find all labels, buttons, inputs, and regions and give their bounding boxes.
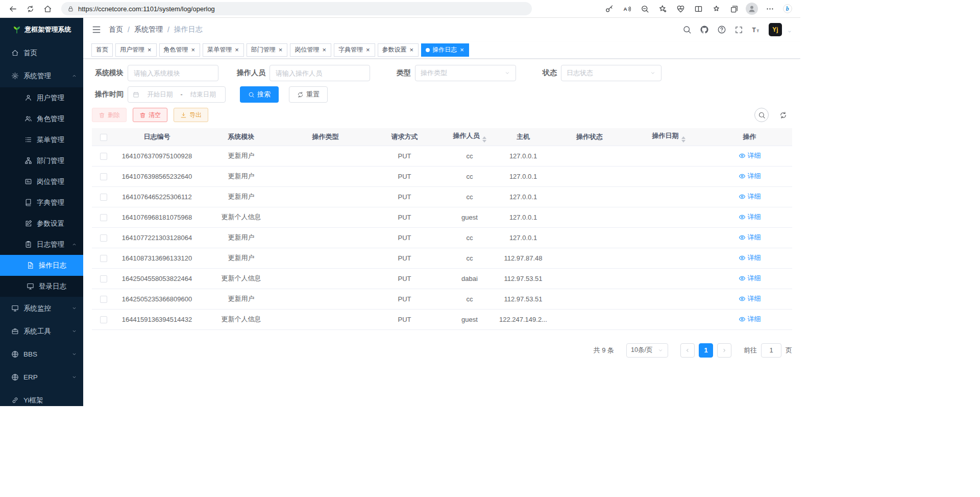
page-1-button[interactable]: 1 <box>699 343 713 358</box>
add-favorite-button[interactable] <box>655 2 670 16</box>
detail-link[interactable]: 详细 <box>739 315 761 324</box>
favorites-button[interactable] <box>708 2 724 16</box>
home-icon <box>11 49 19 57</box>
sidebar-item[interactable]: 字典管理 <box>0 192 83 213</box>
font-size-button[interactable]: TT <box>751 25 761 34</box>
tab-close-icon[interactable]: × <box>409 46 414 53</box>
status-filter-select[interactable]: 日志状态 <box>561 65 662 81</box>
goto-page-input[interactable] <box>761 343 781 358</box>
sidebar-item[interactable]: 角色管理 <box>0 108 83 129</box>
row-checkbox[interactable] <box>100 296 107 303</box>
sidebar-item[interactable]: 登录日志 <box>0 276 83 297</box>
detail-link[interactable]: 详细 <box>739 253 761 263</box>
tab-close-icon[interactable]: × <box>365 46 371 53</box>
prev-page-button[interactable] <box>680 343 695 358</box>
sidebar-item[interactable]: 操作日志 <box>0 255 83 276</box>
password-key-button[interactable] <box>601 2 617 16</box>
reset-button[interactable]: 重置 <box>289 86 328 103</box>
row-checkbox[interactable] <box>100 214 107 221</box>
detail-link[interactable]: 详细 <box>739 233 761 242</box>
tab-item[interactable]: 操作日志× <box>421 43 469 57</box>
tab-close-icon[interactable]: × <box>234 46 239 53</box>
copilot-button[interactable]: b <box>780 2 795 16</box>
row-checkbox[interactable] <box>100 255 107 262</box>
row-checkbox[interactable] <box>100 194 107 201</box>
read-aloud-button[interactable]: A <box>619 2 634 16</box>
column-header[interactable]: 操作日期 <box>630 128 707 146</box>
module-filter-input[interactable] <box>128 65 218 81</box>
page-size-select[interactable]: 10条/页 <box>626 343 668 358</box>
delete-button[interactable]: 删除 <box>92 108 127 122</box>
detail-link[interactable]: 详细 <box>739 151 761 160</box>
address-bar[interactable]: https://ccnetcore.com:1101/system/log/op… <box>61 2 532 15</box>
tab-item[interactable]: 用户管理× <box>115 43 157 57</box>
tab-close-icon[interactable]: × <box>191 46 196 53</box>
github-link[interactable] <box>700 25 709 34</box>
column-header[interactable]: 操作人员 <box>442 128 498 146</box>
browser-essentials-button[interactable] <box>673 2 688 16</box>
row-checkbox[interactable] <box>100 173 107 180</box>
tab-item[interactable]: 字典管理× <box>334 43 375 57</box>
breadcrumb-item[interactable]: 系统管理 <box>134 25 163 34</box>
zoom-out-button[interactable] <box>637 2 652 16</box>
sidebar-item[interactable]: 系统管理 <box>0 64 83 87</box>
browser-profile-avatar[interactable] <box>746 3 758 15</box>
detail-link[interactable]: 详细 <box>739 274 761 283</box>
type-filter-select[interactable]: 操作类型 <box>415 65 516 81</box>
sidebar-item[interactable]: 用户管理 <box>0 87 83 108</box>
date-range-picker[interactable]: 开始日期 - 结束日期 <box>128 86 226 103</box>
user-menu-caret-icon[interactable] <box>787 29 792 34</box>
user-logo[interactable]: Yj <box>769 23 782 36</box>
tab-item[interactable]: 参数设置× <box>378 43 419 57</box>
tab-item[interactable]: 菜单管理× <box>203 43 244 57</box>
row-checkbox[interactable] <box>100 316 107 323</box>
tab-item[interactable]: 角色管理× <box>159 43 201 57</box>
fullscreen-button[interactable] <box>734 26 743 34</box>
clear-button[interactable]: 清空 <box>133 108 167 122</box>
detail-link[interactable]: 详细 <box>739 212 761 222</box>
sidebar-item[interactable]: 菜单管理 <box>0 129 83 150</box>
sort-carets[interactable] <box>482 136 486 143</box>
search-button[interactable]: 搜索 <box>240 86 279 103</box>
row-checkbox[interactable] <box>100 275 107 282</box>
detail-link[interactable]: 详细 <box>739 294 761 303</box>
sidebar-item[interactable]: 部门管理 <box>0 150 83 171</box>
tab-close-icon[interactable]: × <box>278 46 283 53</box>
browser-home-button[interactable] <box>40 2 55 16</box>
sidebar-item[interactable]: 系统工具 <box>0 320 83 343</box>
tab-item[interactable]: 首页 <box>91 43 113 57</box>
sort-carets[interactable] <box>681 136 685 143</box>
header-search-button[interactable] <box>682 25 692 34</box>
sidebar-item[interactable]: 日志管理 <box>0 234 83 255</box>
refresh-table-button[interactable] <box>776 108 790 122</box>
sidebar-item[interactable]: ERP <box>0 366 83 389</box>
collections-button[interactable] <box>726 2 742 16</box>
toggle-search-button[interactable] <box>754 108 769 122</box>
tab-item[interactable]: 部门管理× <box>247 43 288 57</box>
detail-link[interactable]: 详细 <box>739 172 761 181</box>
detail-link[interactable]: 详细 <box>739 192 761 201</box>
sidebar-item[interactable]: 系统监控 <box>0 297 83 320</box>
collapse-sidebar-button[interactable] <box>91 25 102 35</box>
row-checkbox[interactable] <box>100 234 107 242</box>
browser-refresh-button[interactable] <box>22 2 38 16</box>
breadcrumb-item[interactable]: 首页 <box>109 25 123 34</box>
tab-close-icon[interactable]: × <box>322 46 327 53</box>
operator-filter-input[interactable] <box>270 65 370 81</box>
sidebar-item[interactable]: Yi框架 <box>0 389 83 406</box>
row-checkbox[interactable] <box>100 153 107 160</box>
tab-close-icon[interactable]: × <box>459 46 464 53</box>
select-all-checkbox[interactable] <box>100 134 107 141</box>
help-button[interactable] <box>717 25 726 34</box>
sidebar-item[interactable]: BBS <box>0 343 83 366</box>
export-button[interactable]: 导出 <box>174 108 208 122</box>
split-screen-button[interactable] <box>691 2 706 16</box>
next-page-button[interactable] <box>717 343 731 358</box>
sidebar-item[interactable]: 参数设置 <box>0 213 83 234</box>
browser-menu-button[interactable] <box>762 2 777 16</box>
tab-close-icon[interactable]: × <box>147 46 152 53</box>
tab-item[interactable]: 岗位管理× <box>290 43 331 57</box>
sidebar-item[interactable]: 首页 <box>0 41 83 64</box>
browser-back-button[interactable] <box>5 2 20 16</box>
sidebar-item[interactable]: 岗位管理 <box>0 171 83 192</box>
